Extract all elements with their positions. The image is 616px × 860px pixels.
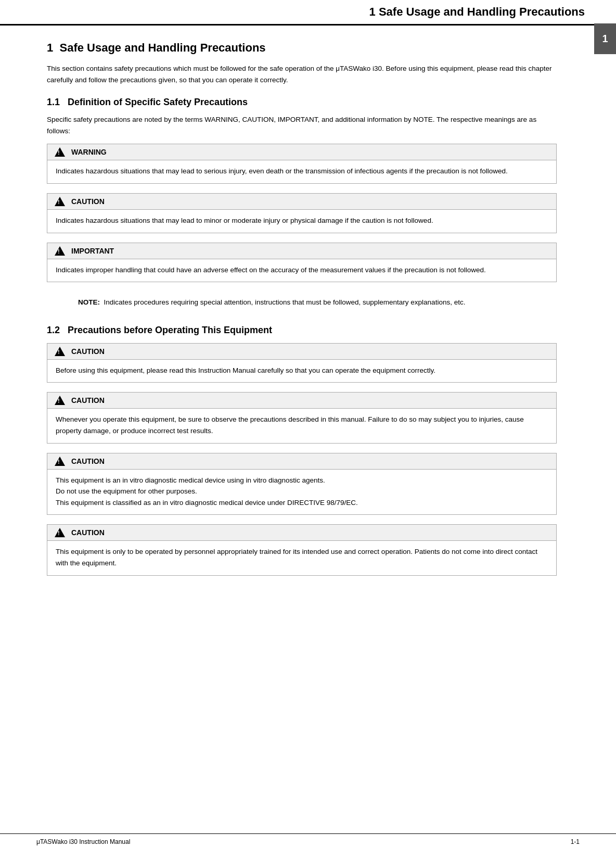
caution-label-2: CAUTION: [71, 347, 105, 356]
caution-label-3: CAUTION: [71, 396, 105, 404]
warning-notice-block: WARNING Indicates hazardous situations t…: [47, 144, 557, 184]
note-block: NOTE: Indicates procedures requiring spe…: [47, 292, 557, 314]
chapter-intro: This section contains safety precautions…: [47, 63, 557, 85]
caution-body-line-3: This equipment is classified as an in vi…: [56, 497, 548, 509]
warning-label: WARNING: [71, 148, 107, 156]
caution-notice-header-1: CAUTION: [47, 194, 556, 210]
caution-label-1: CAUTION: [71, 197, 105, 206]
caution-triangle-icon-1: [55, 197, 65, 206]
caution-notice-header-2: CAUTION: [47, 344, 556, 360]
chapter-title: 1 Safe Usage and Handling Precautions: [47, 41, 557, 55]
caution-notice-body-1: Indicates hazardous situations that may …: [47, 210, 556, 233]
caution-triangle-icon-5: [55, 528, 65, 537]
section-1-1-desc: Specific safety precautions are noted by…: [47, 114, 557, 136]
caution-notice-header-3: CAUTION: [47, 393, 556, 409]
caution-label-5: CAUTION: [71, 528, 105, 537]
caution-notice-body-2: Before using this equipment, please read…: [47, 360, 556, 383]
important-notice-body: Indicates improper handling that could h…: [47, 259, 556, 282]
caution-label-4: CAUTION: [71, 457, 105, 465]
caution-triangle-icon-4: [55, 457, 65, 466]
caution-body-line-1: This equipment is an in vitro diagnostic…: [56, 475, 548, 486]
warning-triangle-icon: [55, 147, 65, 157]
caution-notice-block-3: CAUTION Whenever you operate this equipm…: [47, 392, 557, 443]
caution-triangle-icon-3: [55, 396, 65, 405]
section-1-2-title: 1.2 Precautions before Operating This Eq…: [47, 325, 557, 336]
warning-notice-body: Indicates hazardous situations that may …: [47, 160, 556, 183]
footer-right: 1-1: [571, 838, 580, 845]
caution-notice-body-4: This equipment is an in vitro diagnostic…: [47, 470, 556, 515]
page-header: 1 Safe Usage and Handling Precautions: [0, 0, 616, 26]
footer-left: μTASWako i30 Instruction Manual: [36, 838, 130, 845]
note-body: Indicates procedures requiring special a…: [104, 298, 466, 306]
caution-notice-body-3: Whenever you operate this equipment, be …: [47, 409, 556, 442]
section-1-1-title: 1.1 Definition of Specific Safety Precau…: [47, 97, 557, 108]
caution-notice-block-4: CAUTION This equipment is an in vitro di…: [47, 453, 557, 515]
caution-notice-body-5: This equipment is only to be operated by…: [47, 541, 556, 575]
important-notice-header: IMPORTANT: [47, 243, 556, 259]
caution-notice-header-5: CAUTION: [47, 525, 556, 541]
caution-notice-block-2: CAUTION Before using this equipment, ple…: [47, 343, 557, 383]
chapter-tab: 1: [594, 23, 616, 54]
caution-notice-block-1: CAUTION Indicates hazardous situations t…: [47, 193, 557, 233]
important-notice-block: IMPORTANT Indicates improper handling th…: [47, 243, 557, 283]
caution-notice-header-4: CAUTION: [47, 453, 556, 470]
note-label: NOTE:: [78, 298, 100, 306]
warning-notice-header: WARNING: [47, 144, 556, 160]
important-triangle-icon: [55, 246, 65, 256]
page-footer: μTASWako i30 Instruction Manual 1-1: [0, 833, 616, 850]
header-title: 1 Safe Usage and Handling Precautions: [369, 5, 585, 18]
caution-notice-block-5: CAUTION This equipment is only to be ope…: [47, 524, 557, 575]
important-label: IMPORTANT: [71, 247, 114, 255]
caution-triangle-icon-2: [55, 347, 65, 356]
caution-body-line-2: Do not use the equipment for other purpo…: [56, 486, 548, 497]
